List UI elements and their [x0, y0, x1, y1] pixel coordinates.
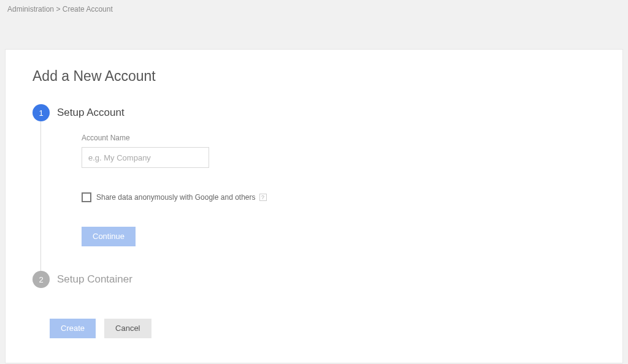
breadcrumb: Administration > Create Account — [0, 0, 628, 18]
help-icon[interactable]: ? — [259, 194, 267, 201]
step-1-body: Account Name Share data anonymously with… — [82, 121, 267, 259]
account-name-label: Account Name — [82, 134, 267, 142]
share-data-checkbox[interactable] — [82, 192, 91, 202]
share-data-row: Share data anonymously with Google and o… — [82, 192, 267, 202]
step-connector — [40, 121, 41, 276]
step-2-title: Setup Container — [57, 271, 132, 288]
footer-buttons: Create Cancel — [50, 319, 595, 338]
breadcrumb-current: Create Account — [63, 5, 113, 13]
breadcrumb-root-link[interactable]: Administration — [7, 5, 54, 13]
step-1: 1 Setup Account Account Name Share data … — [33, 104, 595, 259]
cancel-button[interactable]: Cancel — [104, 319, 151, 338]
breadcrumb-separator: > — [56, 5, 60, 13]
page-title: Add a New Account — [33, 68, 595, 85]
main-card: Add a New Account 1 Setup Account Accoun… — [5, 49, 623, 363]
step-2: 2 Setup Container — [33, 271, 595, 288]
share-data-label: Share data anonymously with Google and o… — [96, 193, 256, 202]
create-button[interactable]: Create — [50, 319, 96, 338]
continue-button[interactable]: Continue — [82, 227, 136, 246]
step-1-title: Setup Account — [57, 104, 267, 121]
step-2-marker: 2 — [33, 271, 50, 288]
step-1-marker: 1 — [33, 104, 50, 121]
account-name-input[interactable] — [82, 147, 209, 168]
